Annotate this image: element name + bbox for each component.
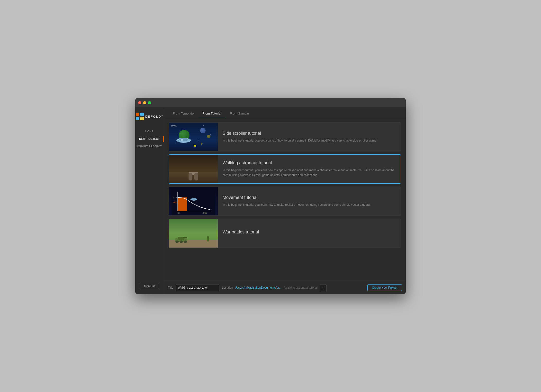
sign-out-button[interactable]: Sign Out (140, 283, 159, 289)
sidebar-item-new-project[interactable]: NEW PROJECT (135, 135, 164, 143)
bg-rocks (169, 155, 218, 172)
scroll-area-wrapper: 18000 (164, 118, 406, 281)
location-label: Location (222, 286, 233, 289)
svg-rect-2 (136, 117, 139, 120)
tutorial-title: Walking astronaut tutorial (223, 160, 396, 166)
svg-marker-26 (178, 197, 187, 211)
planet-small (200, 128, 206, 133)
app-window: DEFOLD™ HOME NEW PROJECT IMPORT PROJECT … (135, 98, 406, 294)
velocity-chart-icon: velocity time dt v₀ (171, 189, 215, 215)
thumbnail-movement: velocity time dt v₀ (169, 187, 218, 215)
svg-point-7 (181, 139, 183, 141)
tutorial-desc: In this beginner's tutorial you get a ta… (223, 138, 396, 143)
tutorial-desc: In this beginner's tutorial you learn ho… (223, 203, 396, 207)
svg-text:time: time (203, 212, 207, 214)
svg-rect-3 (140, 117, 144, 120)
tutorial-title: War battles tutorial (223, 230, 396, 235)
thumbnail-war-battles (169, 219, 218, 248)
location-path: /Users/mikaelsaker/Documents/pr... (235, 286, 281, 289)
thumbnail-walking-astronaut (169, 155, 218, 183)
sidebar-bottom: Sign Out (135, 283, 164, 294)
bottom-bar: Title Location /Users/mikaelsaker/Docume… (164, 281, 406, 294)
dots-button[interactable]: ··· (320, 284, 327, 291)
svg-point-28 (192, 198, 196, 200)
tutorial-title: Movement tutorial (223, 195, 396, 200)
tutorial-info-side-scroller: Side scroller tutorial In this beginner'… (218, 123, 401, 151)
title-input[interactable] (176, 284, 219, 291)
tab-from-tutorial[interactable]: From Tutorial (198, 109, 225, 118)
svg-rect-14 (189, 173, 192, 180)
titlebar (135, 98, 406, 108)
svg-point-32 (175, 241, 179, 243)
tutorial-card-war-battles[interactable]: War battles tutorial (169, 219, 401, 248)
defold-logo-icon (136, 113, 144, 120)
svg-text:v₀: v₀ (173, 197, 175, 199)
tutorial-desc: In this beginner's tutorial you learn ho… (223, 168, 396, 177)
tab-from-sample[interactable]: From Sample (226, 109, 253, 118)
planet-tiny (207, 135, 210, 138)
title-label: Title (168, 286, 173, 289)
tutorial-info-movement: Movement tutorial In this beginner's tut… (218, 187, 401, 215)
svg-rect-0 (136, 113, 139, 116)
svg-point-35 (207, 236, 209, 238)
subfolder-path: /Walking astronaut tutorial (284, 286, 317, 289)
svg-text:dt: dt (178, 212, 180, 214)
main-content: From Template From Tutorial From Sample … (164, 108, 406, 294)
thumbnail-side-scroller: 18000 (169, 123, 218, 151)
tutorial-title: Side scroller tutorial (223, 131, 396, 136)
logo-text: DEFOLD™ (145, 114, 163, 119)
app-body: DEFOLD™ HOME NEW PROJECT IMPORT PROJECT … (135, 108, 406, 294)
svg-rect-1 (140, 113, 144, 116)
soldier-icon (206, 236, 210, 243)
svg-line-38 (209, 241, 209, 243)
tabs-bar: From Template From Tutorial From Sample (164, 108, 406, 118)
traffic-lights (138, 101, 151, 104)
tutorial-info-walking-astronaut: Walking astronaut tutorial In this begin… (218, 155, 401, 183)
sidebar-item-import-project[interactable]: IMPORT PROJECT (135, 143, 164, 150)
svg-line-37 (207, 241, 207, 243)
spaceship-icon (175, 137, 192, 144)
maximize-button[interactable] (148, 101, 151, 104)
tutorial-card-movement[interactable]: velocity time dt v₀ (169, 187, 401, 216)
svg-rect-31 (183, 237, 187, 238)
sidebar: DEFOLD™ HOME NEW PROJECT IMPORT PROJECT … (135, 108, 164, 294)
star-icon: ★ (193, 144, 197, 148)
svg-rect-15 (194, 173, 198, 180)
sidebar-nav: HOME NEW PROJECT IMPORT PROJECT (135, 128, 164, 150)
tutorial-info-war-battles: War battles tutorial (218, 219, 401, 248)
tutorial-card-walking-astronaut[interactable]: Walking astronaut tutorial In this begin… (169, 154, 401, 184)
star-small-icon: ★ (201, 143, 203, 145)
svg-point-4 (139, 116, 141, 117)
tab-from-template[interactable]: From Template (169, 109, 198, 118)
close-button[interactable] (138, 101, 141, 104)
svg-point-33 (180, 241, 183, 243)
sidebar-item-home[interactable]: HOME (135, 128, 164, 135)
svg-rect-36 (207, 238, 209, 241)
tutorial-card-side-scroller[interactable]: 18000 (169, 122, 401, 151)
logo-area: DEFOLD™ (136, 110, 163, 125)
create-new-project-button[interactable]: Create New Project (367, 284, 402, 291)
tank-icon (174, 236, 189, 243)
svg-point-6 (179, 138, 189, 141)
minimize-button[interactable] (143, 101, 146, 104)
tutorial-list: 18000 (164, 118, 406, 281)
svg-point-34 (184, 241, 187, 243)
